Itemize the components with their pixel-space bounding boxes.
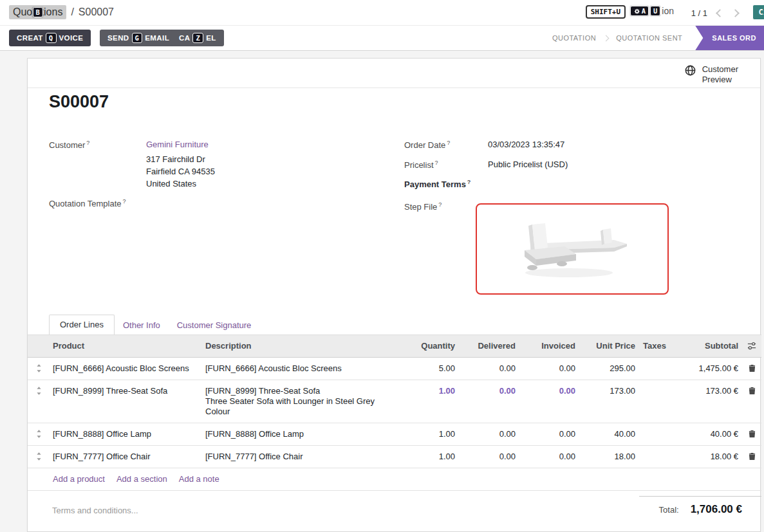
- delete-row-icon[interactable]: [742, 423, 761, 438]
- odoo-quotation-form: Quotations B / S00007 SHIFT+U A U ion 1 …: [0, 0, 764, 532]
- drag-handle-icon[interactable]: [28, 423, 50, 438]
- breadcrumb: Quotations B / S00007: [9, 5, 114, 19]
- shortcut-hint-a: A: [630, 6, 649, 16]
- globe-icon: [684, 64, 696, 77]
- column-invoiced: Invoiced: [519, 335, 579, 357]
- shortcut-hint-q: Q: [46, 33, 57, 43]
- drag-handle-icon[interactable]: [28, 380, 50, 395]
- column-description: Description: [201, 335, 401, 357]
- column-unit-price: Unit Price: [579, 335, 639, 357]
- delete-row-icon[interactable]: [742, 446, 761, 461]
- pricelist-value[interactable]: Public Pricelist (USD): [488, 160, 568, 169]
- step-file-3d-render: [495, 210, 649, 288]
- table-row[interactable]: [FURN_7777] Office Chair [FURN_7777] Off…: [28, 446, 761, 468]
- form-sheet: Customer Preview S00007 Customer? Gemini…: [27, 58, 761, 532]
- breadcrumb-parent-link[interactable]: Quotations B: [9, 5, 66, 19]
- column-delivered: Delivered: [459, 335, 519, 357]
- drag-handle-icon[interactable]: [28, 358, 50, 372]
- action-button-bar: CREAT Q VOICE SEND G EMAIL CA Z EL QUOTA…: [0, 26, 764, 51]
- pricelist-label: Pricelist?: [404, 160, 438, 170]
- breadcrumb-current: S00007: [79, 6, 114, 18]
- add-a-note-link[interactable]: Add a note: [179, 474, 219, 484]
- table-row[interactable]: [FURN_8888] Office Lamp [FURN_8888] Offi…: [28, 423, 761, 446]
- status-quotation[interactable]: QUOTATION: [545, 34, 604, 42]
- tab-order-lines[interactable]: Order Lines: [49, 315, 115, 335]
- shortcut-hint-g: G: [132, 33, 143, 43]
- tab-customer-signature[interactable]: Customer Signature: [169, 316, 260, 335]
- add-a-product-link[interactable]: Add a product: [53, 474, 105, 484]
- shortcut-hint-b: B: [33, 7, 43, 17]
- column-quantity: Quantity: [401, 335, 459, 357]
- help-icon: ?: [438, 201, 442, 208]
- gear-icon: [633, 8, 640, 15]
- table-row[interactable]: [FURN_8999] Three-Seat Sofa [FURN_8999] …: [28, 380, 761, 423]
- table-header-row: Product Description Quantity Delivered I…: [28, 335, 761, 358]
- customer-label: Customer?: [49, 140, 89, 150]
- help-icon: ?: [467, 179, 471, 185]
- pager: 1 / 1: [691, 0, 738, 26]
- customer-value[interactable]: Gemini Furniture: [146, 140, 209, 149]
- total-amount: 1,706.00 €: [691, 503, 742, 516]
- table-row[interactable]: [FURN_6666] Acoustic Bloc Screens [FURN_…: [28, 358, 761, 380]
- column-subtotal: Subtotal: [675, 335, 742, 357]
- create-button-hint[interactable]: Ci: [752, 5, 764, 20]
- sheet-footer: Terms and conditions... Total: 1,706.00 …: [28, 491, 761, 532]
- shortcut-hint-u: U: [650, 6, 660, 16]
- help-icon: ?: [447, 140, 450, 146]
- column-taxes: Taxes: [639, 335, 675, 357]
- breadcrumb-separator: /: [71, 6, 73, 18]
- divider: [28, 87, 760, 88]
- status-sales-order[interactable]: SALES ORD: [695, 26, 764, 50]
- status-pipeline: QUOTATION QUOTATION SENT SALES ORD: [545, 26, 764, 50]
- customer-preview-link[interactable]: Customer Preview: [684, 64, 738, 85]
- pager-previous-icon[interactable]: [716, 9, 724, 17]
- list-footer-links: Add a product Add a section Add a note: [28, 468, 761, 491]
- cancel-button[interactable]: CA Z EL: [171, 30, 224, 46]
- help-icon: ?: [86, 140, 89, 146]
- step-file-label: Step File?: [404, 201, 442, 212]
- optional-columns-icon[interactable]: [742, 335, 761, 351]
- column-product: Product: [50, 335, 201, 357]
- create-invoice-button[interactable]: CREAT Q VOICE: [9, 30, 91, 46]
- quotation-template-label: Quotation Template?: [49, 198, 126, 208]
- shortcut-hint-z: Z: [192, 33, 203, 43]
- step-file-preview[interactable]: [476, 203, 669, 295]
- action-menu-button[interactable]: A U ion: [630, 6, 674, 16]
- total-label: Total:: [659, 505, 679, 515]
- action-menu-label: ion: [662, 6, 674, 16]
- help-icon: ?: [435, 160, 438, 166]
- totals-section: Total: 1,706.00 €: [639, 496, 761, 516]
- order-date-label: Order Date?: [404, 140, 450, 150]
- order-date-value[interactable]: 03/03/2023 13:35:47: [488, 140, 564, 149]
- delete-row-icon[interactable]: [742, 358, 761, 372]
- drag-handle-icon[interactable]: [28, 446, 50, 461]
- shortcut-hint-shift-u: SHIFT+U: [586, 5, 626, 19]
- status-quotation-sent[interactable]: QUOTATION SENT: [608, 34, 690, 42]
- customer-address: 317 Fairchild Dr Fairfield CA 94535 Unit…: [146, 153, 215, 190]
- tab-other-info[interactable]: Other Info: [115, 316, 169, 335]
- help-icon: ?: [123, 198, 126, 205]
- notebook-tabs: Order Lines Other Info Customer Signatur…: [49, 315, 259, 335]
- terms-and-conditions-placeholder[interactable]: Terms and conditions...: [52, 506, 138, 515]
- pager-next-icon[interactable]: [731, 9, 740, 17]
- add-a-section-link[interactable]: Add a section: [116, 474, 167, 484]
- breadcrumb-bar: Quotations B / S00007 SHIFT+U A U ion 1 …: [0, 0, 764, 26]
- record-title: S00007: [49, 92, 109, 112]
- delete-row-icon[interactable]: [742, 380, 761, 395]
- order-lines-table: Product Description Quantity Delivered I…: [28, 335, 761, 532]
- pager-count: 1 / 1: [691, 8, 707, 18]
- payment-terms-label: Payment Terms?: [404, 179, 471, 189]
- send-by-email-button[interactable]: SEND G EMAIL: [100, 30, 177, 46]
